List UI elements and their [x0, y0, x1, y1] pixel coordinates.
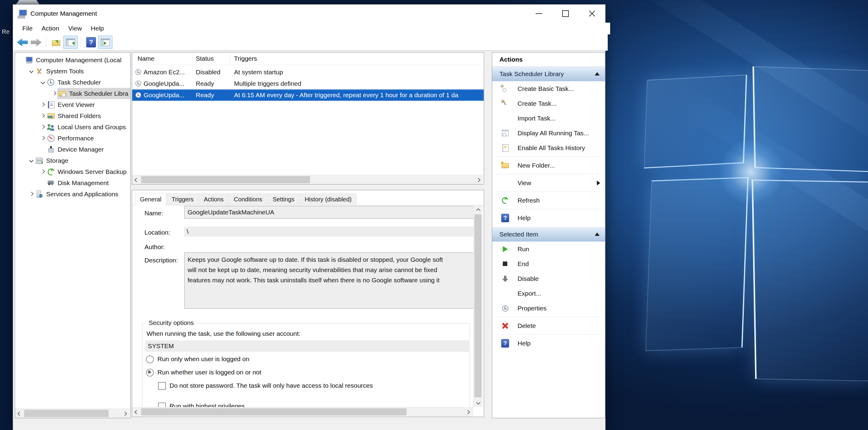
tab-general[interactable]: General	[135, 193, 166, 205]
detail-horizontal-scrollbar[interactable]	[132, 407, 473, 417]
task-row[interactable]: Amazon Ec2... Disabled At system startup	[132, 66, 484, 78]
chevron-right-icon[interactable]	[40, 114, 47, 118]
action-export[interactable]: Export...	[492, 286, 605, 301]
action-create-task[interactable]: Create Task...	[492, 96, 605, 111]
column-separator[interactable]	[230, 54, 230, 63]
scroll-left-arrow[interactable]	[132, 175, 141, 184]
action-delete[interactable]: Delete	[492, 318, 605, 333]
column-header-status[interactable]: Status	[196, 55, 214, 62]
tree-horizontal-scrollbar[interactable]	[15, 408, 130, 418]
tab-settings[interactable]: Settings	[268, 194, 299, 205]
chevron-right-icon[interactable]	[40, 125, 47, 129]
close-button[interactable]	[579, 4, 605, 23]
help-icon: ?	[501, 339, 509, 348]
radio-run-only-logged-on[interactable]	[146, 355, 154, 363]
scroll-up-arrow[interactable]	[474, 205, 482, 214]
action-help-selected[interactable]: ? Help	[492, 336, 605, 351]
tree-item-disk-management[interactable]: Disk Management	[15, 177, 130, 189]
tree-item-services-applications[interactable]: Services and Applications	[15, 189, 130, 200]
action-label: Properties	[518, 305, 547, 312]
show-console-tree-button[interactable]	[63, 36, 78, 49]
action-refresh[interactable]: Refresh	[492, 193, 605, 208]
chevron-down-icon[interactable]	[29, 159, 36, 163]
column-header-name[interactable]: Name	[137, 55, 154, 62]
section-header-selected-item[interactable]: Selected Item	[492, 227, 605, 241]
help-button[interactable]: ?	[84, 36, 98, 49]
back-button[interactable]	[16, 36, 29, 49]
chevron-right-icon[interactable]	[40, 103, 47, 107]
tree-item-event-viewer[interactable]: Event Viewer	[15, 99, 130, 110]
computer-management-app-icon	[17, 9, 27, 18]
chevron-down-icon[interactable]	[40, 80, 47, 85]
chevron-right-icon[interactable]	[40, 136, 47, 140]
tree-item-local-users-groups[interactable]: Local Users and Groups	[15, 121, 130, 133]
task-list-horizontal-scrollbar[interactable]	[132, 175, 483, 184]
action-enable-all-tasks-history[interactable]: Enable All Tasks History	[492, 140, 605, 155]
scroll-left-arrow[interactable]	[15, 409, 24, 418]
tree-item-shared-folders[interactable]: Shared Folders	[15, 110, 130, 121]
checkbox-do-not-store-password[interactable]	[158, 382, 166, 390]
task-row[interactable]: GoogleUpda... Ready Multiple triggers de…	[132, 78, 484, 89]
tab-actions[interactable]: Actions	[199, 194, 228, 205]
forward-button[interactable]	[29, 36, 43, 49]
scroll-right-arrow[interactable]	[464, 408, 473, 416]
scroll-right-arrow[interactable]	[121, 409, 130, 418]
scrollbar-thumb[interactable]	[24, 410, 108, 417]
chevron-right-icon[interactable]	[29, 192, 36, 196]
menu-action[interactable]: Action	[37, 25, 64, 32]
tree-item-performance[interactable]: Performance	[15, 133, 130, 144]
action-help-library[interactable]: ? Help	[492, 210, 605, 225]
tab-triggers[interactable]: Triggers	[167, 194, 198, 205]
action-label: Enable All Tasks History	[518, 144, 585, 151]
action-label: Disable	[518, 275, 539, 282]
title-bar[interactable]: Computer Management	[13, 4, 605, 23]
action-label: Help	[518, 340, 530, 347]
actions-separator	[495, 174, 602, 174]
tree-item-system-tools[interactable]: System Tools	[15, 65, 130, 77]
tab-conditions[interactable]: Conditions	[229, 194, 267, 205]
action-run[interactable]: Run	[492, 241, 605, 256]
section-header-task-scheduler-library[interactable]: Task Scheduler Library	[492, 67, 605, 81]
minimize-button[interactable]	[526, 4, 552, 23]
detail-vertical-scrollbar[interactable]	[473, 205, 483, 407]
tree-item-storage[interactable]: Storage	[15, 155, 130, 166]
tree-item-task-scheduler-library[interactable]: Task Scheduler Libra	[15, 88, 130, 99]
chevron-right-icon[interactable]	[52, 91, 59, 96]
collapse-icon[interactable]	[595, 72, 599, 76]
collapse-icon[interactable]	[595, 232, 599, 236]
task-row-selected[interactable]: GoogleUpda... Ready At 6:15 AM every day…	[132, 89, 484, 101]
name-field[interactable]: GoogleUpdateTaskMachineUA	[184, 206, 477, 219]
chevron-down-icon[interactable]	[29, 69, 36, 74]
action-end[interactable]: End	[492, 256, 605, 271]
list-header: Name Status Triggers	[132, 53, 484, 65]
scrollbar-thumb[interactable]	[474, 214, 482, 397]
menu-file[interactable]: File	[18, 25, 37, 32]
action-create-basic-task[interactable]: Create Basic Task...	[492, 81, 605, 96]
column-separator[interactable]	[193, 54, 193, 63]
radio-run-whether-logged-on[interactable]	[146, 369, 154, 377]
menu-view[interactable]: View	[64, 25, 86, 32]
menu-help[interactable]: Help	[86, 25, 108, 32]
tree-item-task-scheduler[interactable]: Task Scheduler	[15, 77, 130, 88]
tree-item-computer-management[interactable]: Computer Management (Local	[15, 54, 130, 65]
tree-item-windows-server-backup[interactable]: Windows Server Backup	[15, 166, 130, 177]
scroll-down-arrow[interactable]	[474, 399, 482, 407]
scroll-right-arrow[interactable]	[475, 175, 483, 184]
export-list-button[interactable]	[50, 36, 63, 49]
chevron-right-icon[interactable]	[40, 170, 47, 174]
description-field[interactable]: Keeps your Google software up to date. I…	[184, 253, 477, 309]
action-display-all-running-tasks[interactable]: Display All Running Tas...	[492, 125, 605, 140]
show-action-pane-button[interactable]	[98, 36, 113, 49]
action-new-folder[interactable]: New Folder...	[492, 158, 605, 173]
tree-item-device-manager[interactable]: Device Manager	[15, 144, 130, 155]
action-properties[interactable]: Properties	[492, 301, 605, 316]
scrollbar-thumb[interactable]	[141, 408, 407, 415]
column-header-triggers[interactable]: Triggers	[234, 55, 257, 62]
scroll-left-arrow[interactable]	[132, 408, 141, 416]
action-import-task[interactable]: Import Task...	[492, 111, 605, 125]
maximize-button[interactable]	[552, 4, 579, 23]
scrollbar-thumb[interactable]	[141, 176, 310, 183]
action-disable[interactable]: Disable	[492, 271, 605, 286]
action-view[interactable]: View	[492, 175, 605, 190]
tab-history[interactable]: History (disabled)	[300, 194, 356, 205]
